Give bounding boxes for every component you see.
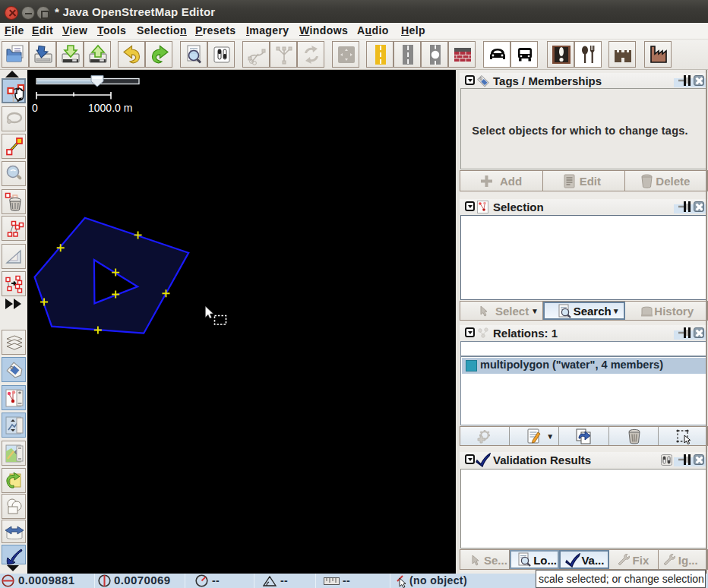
svg-text:0: 0: [32, 102, 38, 114]
svg-text:1000.0 m: 1000.0 m: [88, 102, 132, 114]
